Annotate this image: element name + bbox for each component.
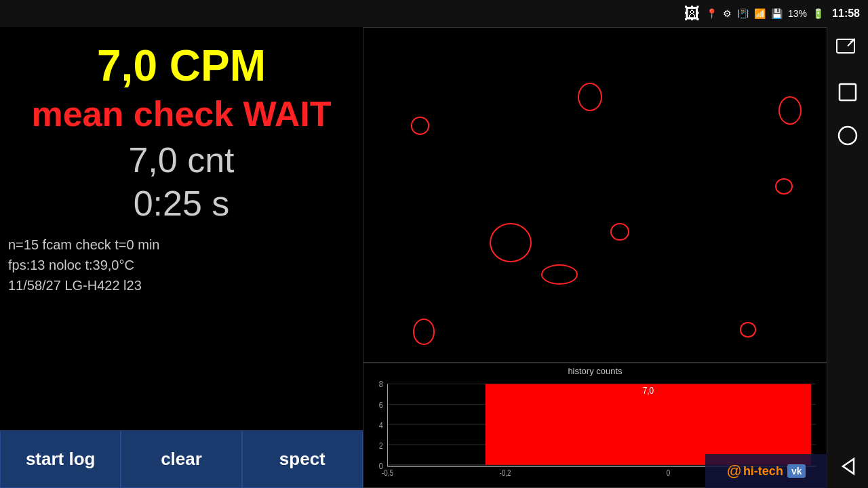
back-icon (837, 456, 858, 476)
histogram-title: history counts (369, 366, 821, 376)
back-button[interactable] (833, 451, 863, 481)
wifi-icon: 📶 (754, 8, 766, 19)
import-export-button[interactable] (833, 34, 863, 64)
detection-circle (490, 223, 532, 263)
svg-text:4: 4 (379, 420, 383, 430)
battery-icon: 🔋 (812, 8, 824, 19)
import-export-icon (835, 37, 860, 61)
circle-icon (836, 124, 859, 147)
at-icon: @ (727, 462, 742, 480)
detection-circle (778, 96, 802, 125)
camera-view (363, 27, 827, 363)
detection-circle (610, 223, 629, 241)
time-value: 0:25 s (5, 183, 357, 224)
clock: 11:58 (832, 7, 860, 20)
vk-badge: vk (787, 464, 806, 478)
bluetooth-icon: ⚙ (723, 8, 732, 19)
info-line-3: 11/58/27 LG-H422 l23 (8, 275, 357, 296)
svg-text:0: 0 (667, 469, 670, 478)
svg-text:-0,5: -0,5 (382, 469, 393, 478)
info-line-2: fps:13 noloc t:39,0°C (8, 255, 357, 275)
sd-icon: 💾 (771, 8, 783, 19)
svg-text:8: 8 (379, 379, 383, 389)
bottom-buttons: start log clear spect (0, 430, 363, 488)
gallery-icon: 🖼 (684, 4, 701, 23)
svg-text:-0,2: -0,2 (500, 469, 511, 478)
svg-rect-10 (486, 384, 812, 465)
mean-check-status: mean check WAIT (5, 94, 357, 134)
left-panel: 7,0 CPM mean check WAIT 7,0 cnt 0:25 s n… (0, 27, 363, 488)
cpm-value: 7,0 CPM (5, 41, 357, 91)
detection-circle (740, 322, 756, 337)
status-bar: 🖼 📍 ⚙ 📳 📶 💾 13% 🔋 11:58 (0, 0, 868, 27)
svg-rect-20 (840, 84, 856, 100)
location-icon: 📍 (706, 8, 717, 19)
count-value: 7,0 cnt (5, 140, 357, 180)
circle-button[interactable] (833, 121, 863, 150)
detection-circle (578, 83, 602, 111)
vibrate-icon: 📳 (737, 8, 749, 19)
detection-circle (411, 117, 430, 134)
info-line-1: n=15 fcam check t=0 min (8, 235, 357, 255)
right-toolbar (827, 27, 868, 488)
svg-line-19 (848, 39, 854, 46)
spect-button[interactable]: spect (242, 430, 363, 488)
brand-name: hi-tech (743, 464, 783, 479)
watermark: @ hi-tech vk (705, 454, 827, 488)
stop-icon (837, 81, 859, 103)
svg-point-21 (839, 127, 856, 144)
svg-text:2: 2 (379, 441, 383, 451)
battery-percent: 13% (788, 8, 807, 19)
svg-text:7,0: 7,0 (643, 385, 654, 396)
detection-circle (541, 264, 578, 285)
svg-marker-22 (843, 459, 854, 474)
start-log-button[interactable]: start log (0, 430, 121, 488)
detection-circle (413, 319, 435, 344)
clear-button[interactable]: clear (121, 430, 241, 488)
info-lines: n=15 fcam check t=0 min fps:13 noloc t:3… (5, 235, 357, 296)
stop-button[interactable] (833, 77, 863, 107)
detection-circle (775, 178, 793, 195)
svg-text:6: 6 (379, 400, 383, 410)
